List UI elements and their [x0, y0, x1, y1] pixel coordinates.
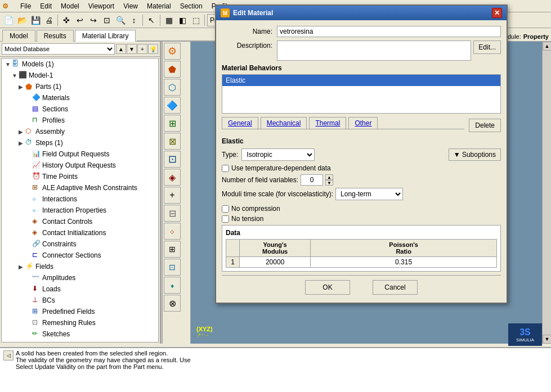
- tree-item-field-output[interactable]: 📊 Field Output Requests: [2, 148, 158, 160]
- mod-btn-4[interactable]: 🔷: [164, 97, 181, 114]
- menu-material[interactable]: Material: [142, 1, 176, 11]
- right-scrollbar[interactable]: ▲ ▼: [542, 42, 551, 344]
- menu-view[interactable]: View: [119, 1, 142, 11]
- tree-item-ale[interactable]: ⊞ ALE Adaptive Mesh Constraints: [2, 182, 158, 193]
- mod-btn-2[interactable]: ⬟: [164, 61, 181, 78]
- no-compression-checkbox[interactable]: [222, 205, 229, 213]
- no-tension-checkbox[interactable]: [222, 215, 229, 223]
- mod-btn-6[interactable]: ⊠: [164, 133, 181, 150]
- spin-down-btn[interactable]: ▼: [325, 180, 333, 186]
- poisson-cell[interactable]: [311, 257, 497, 268]
- tree-item-constraints[interactable]: 🔗 Constraints: [2, 238, 158, 250]
- print-btn[interactable]: 🖨: [43, 14, 55, 26]
- tree-area[interactable]: ▼ 🗄 Models (1) ▼ ⬛ Model-1: [1, 58, 159, 343]
- tree-item-loads[interactable]: ⬇ Loads: [2, 283, 158, 295]
- tree-item-parts[interactable]: ▶ ⬟ Parts (1): [2, 81, 158, 92]
- ok-btn[interactable]: OK: [305, 280, 350, 295]
- behavior-elastic[interactable]: Elastic: [222, 75, 500, 86]
- tab-material-library[interactable]: Material Library: [75, 30, 136, 42]
- moduli-select[interactable]: Long-term Instantaneous: [335, 188, 403, 200]
- use-temp-checkbox[interactable]: [222, 165, 229, 172]
- tree-item-interaction-props[interactable]: ⬦ Interaction Properties: [2, 205, 158, 216]
- toggle-parts[interactable]: ▶: [19, 84, 25, 90]
- tree-item-materials[interactable]: 🔷 Materials: [2, 92, 158, 103]
- tab-thermal[interactable]: Thermal: [309, 117, 346, 129]
- tab-results[interactable]: Results: [37, 30, 74, 42]
- tree-item-sections[interactable]: ▤ Sections: [2, 103, 158, 115]
- tab-model[interactable]: Model: [2, 30, 35, 42]
- mod-btn-3[interactable]: ⬡: [164, 79, 181, 96]
- db-btn-new[interactable]: +: [137, 44, 147, 54]
- tree-item-fields[interactable]: ▶ ⚡ Fields: [2, 261, 158, 272]
- tree-item-contact-init[interactable]: ◈ Contact Initializations: [2, 227, 158, 238]
- mod-btn-12[interactable]: ⊞: [164, 241, 181, 258]
- pan-btn[interactable]: ↕: [128, 14, 140, 26]
- tab-mechanical[interactable]: Mechanical: [261, 117, 307, 129]
- mod-btn-14[interactable]: ⬧: [164, 277, 181, 294]
- tree-item-amplitudes[interactable]: 〰 Amplitudes: [2, 272, 158, 283]
- num-vars-input[interactable]: [301, 174, 323, 186]
- tree-item-steps[interactable]: ▶ ⏱ Steps (1): [2, 137, 158, 148]
- undo-btn[interactable]: ↩: [74, 14, 86, 26]
- zoom-fit-btn[interactable]: ⊡: [101, 14, 113, 26]
- shade-btn[interactable]: ◧: [176, 14, 189, 26]
- tab-general[interactable]: General: [222, 117, 258, 129]
- select-btn[interactable]: ↖: [145, 14, 158, 26]
- db-btn-up[interactable]: ▲: [116, 44, 126, 54]
- tree-item-connector-sections[interactable]: ⊏ Connector Sections: [2, 250, 158, 261]
- behaviors-list[interactable]: Elastic: [222, 74, 501, 114]
- scroll-down-btn[interactable]: ▼: [543, 335, 551, 344]
- toggle-fields[interactable]: ▶: [19, 264, 25, 270]
- save-btn[interactable]: 💾: [29, 14, 42, 26]
- db-btn-down[interactable]: ▼: [127, 44, 137, 54]
- tree-item-assembly[interactable]: ▶ ⬡ Assembly: [2, 126, 158, 137]
- scroll-up-btn[interactable]: ▲: [543, 42, 551, 51]
- tree-item-profiles[interactable]: ⊓ Profiles: [2, 115, 158, 126]
- tree-item-bcs[interactable]: ⊥ BCs: [2, 295, 158, 306]
- wire-btn[interactable]: ⬚: [190, 14, 202, 26]
- menu-viewport[interactable]: Viewport: [84, 1, 119, 11]
- status-arrow-btn[interactable]: ◁: [3, 350, 14, 361]
- cancel-btn[interactable]: Cancel: [373, 280, 418, 295]
- menu-model[interactable]: Model: [56, 1, 84, 11]
- tree-item-history-output[interactable]: 📈 History Output Requests: [2, 160, 158, 171]
- mod-btn-10[interactable]: ⊟: [164, 205, 181, 222]
- mod-btn-5[interactable]: ⊞: [164, 115, 181, 132]
- mod-btn-8[interactable]: ◈: [164, 169, 181, 186]
- tree-item-predefined-fields[interactable]: ⊞ Predefined Fields: [2, 306, 158, 317]
- poisson-input[interactable]: [314, 258, 493, 266]
- mod-btn-15[interactable]: ⊗: [164, 295, 181, 312]
- menu-edit[interactable]: Edit: [35, 1, 56, 11]
- zoom-btn[interactable]: 🔍: [114, 14, 127, 26]
- tab-other[interactable]: Other: [348, 117, 378, 129]
- spin-up-btn[interactable]: ▲: [325, 174, 333, 180]
- redo-btn[interactable]: ↪: [87, 14, 100, 26]
- db-btn-light[interactable]: 💡: [148, 44, 158, 54]
- dialog-close-btn[interactable]: ✕: [492, 8, 502, 18]
- tree-item-time-points[interactable]: ⏰ Time Points: [2, 171, 158, 182]
- tree-item-interactions[interactable]: ⬦ Interactions: [2, 193, 158, 205]
- name-input[interactable]: [277, 26, 501, 37]
- toggle-models[interactable]: ▼: [5, 61, 12, 67]
- suboptions-btn[interactable]: ▼ Suboptions: [449, 148, 501, 161]
- toggle-assembly[interactable]: ▶: [19, 129, 25, 135]
- new-btn[interactable]: 📄: [2, 14, 15, 26]
- tree-item-contact-controls[interactable]: ◈ Contact Controls: [2, 216, 158, 227]
- delete-btn[interactable]: Delete: [469, 119, 501, 132]
- edit-desc-btn[interactable]: Edit...: [473, 40, 501, 54]
- menu-section[interactable]: Section: [176, 1, 207, 11]
- mod-btn-7[interactable]: ⊡: [164, 151, 181, 168]
- desc-textarea[interactable]: [277, 40, 471, 61]
- move-btn[interactable]: ✜: [60, 14, 73, 26]
- mod-btn-11[interactable]: ⬦: [164, 223, 181, 240]
- tree-item-remeshing[interactable]: ⊡ Remeshing Rules: [2, 317, 158, 328]
- model-db-select[interactable]: Model Database: [2, 43, 115, 55]
- mod-btn-1[interactable]: ⚙: [164, 43, 181, 60]
- tree-item-sketches[interactable]: ✏ Sketches: [2, 328, 158, 340]
- menu-file[interactable]: File: [16, 1, 35, 11]
- type-select[interactable]: Isotropic Orthotropic Anisotropic Engine…: [241, 148, 315, 161]
- tree-item-models[interactable]: ▼ 🗄 Models (1): [2, 58, 158, 70]
- tree-item-model1[interactable]: ▼ ⬛ Model-1: [2, 70, 158, 81]
- render-btn[interactable]: ▦: [163, 14, 175, 26]
- toggle-model1[interactable]: ▼: [12, 73, 19, 79]
